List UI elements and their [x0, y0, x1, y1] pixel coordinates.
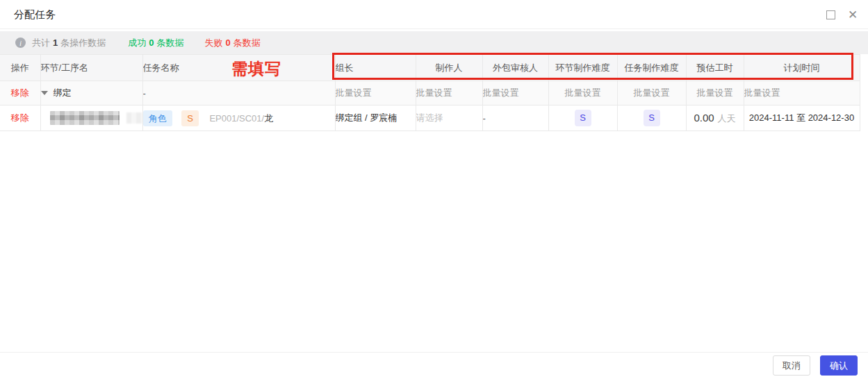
header-row: 操作 环节/工序名 任务名称 组长 制作人 外包审核人 环节制作难度 任务制作难… — [0, 55, 860, 81]
maximize-icon — [826, 10, 835, 19]
maximize-button[interactable] — [822, 6, 839, 23]
cancel-button[interactable]: 取消 — [773, 355, 810, 376]
plan-time-range[interactable]: 2024-11-11 至 2024-12-30 — [749, 112, 854, 123]
batch-set-stage-difficulty[interactable]: 批量设置 — [565, 87, 601, 98]
type-badge: 角色 — [143, 110, 172, 126]
assign-task-dialog: 分配任务 ✕ i 共计 1 条操作数据 成功0条数据 失败0条数据 操作 环节/… — [0, 0, 868, 379]
header-producer: 制作人 — [416, 55, 482, 81]
group-expander[interactable]: 绑定 — [41, 87, 72, 99]
outsource-reviewer-select[interactable]: - — [483, 113, 486, 124]
header-stage-difficulty: 环节制作难度 — [548, 55, 617, 81]
header-plan-time: 计划时间 — [744, 55, 860, 81]
task-path: EP001/SC01/ — [209, 113, 264, 124]
header-group-leader: 组长 — [335, 55, 416, 81]
estimate-value: 0.00 — [694, 112, 714, 124]
summary-success: 成功0条数据 — [128, 37, 183, 49]
task-name-last: 龙 — [264, 112, 273, 123]
header-estimated-hours: 预估工时 — [686, 55, 744, 81]
footer-divider — [0, 352, 868, 353]
dialog-title: 分配任务 — [14, 8, 56, 22]
remove-task-link[interactable]: 移除 — [11, 112, 29, 123]
batch-set-leader[interactable]: 批量设置 — [336, 87, 372, 98]
task-difficulty-badge[interactable]: S — [644, 110, 660, 126]
summary-total-suffix: 条操作数据 — [60, 37, 106, 49]
estimate-cell[interactable]: 0.00人天 — [686, 106, 744, 131]
close-icon: ✕ — [848, 8, 858, 22]
summary-fail: 失败0条数据 — [204, 37, 260, 49]
task-name-cell: 角色 S EP001/SC01/龙 — [142, 106, 335, 131]
stage-difficulty-badge[interactable]: S — [575, 110, 591, 126]
censored-smudge — [126, 112, 143, 124]
censored-text — [50, 111, 120, 125]
header-action: 操作 — [0, 55, 40, 81]
level-badge: S — [181, 110, 199, 126]
info-icon: i — [15, 37, 26, 48]
summary-total-prefix: 共计 — [32, 37, 50, 49]
batch-set-plan-time[interactable]: 批量设置 — [744, 87, 780, 98]
task-table: 操作 环节/工序名 任务名称 组长 制作人 外包审核人 环节制作难度 任务制作难… — [0, 54, 860, 131]
leader-select[interactable]: 绑定组 / 罗宸楠 — [336, 112, 398, 123]
header-task-name: 任务名称 — [142, 55, 335, 81]
header-outsource-reviewer: 外包审核人 — [482, 55, 548, 81]
confirm-button[interactable]: 确认 — [820, 355, 858, 376]
chevron-down-icon — [41, 91, 48, 95]
producer-select[interactable]: 请选择 — [416, 112, 443, 123]
task-row: 移除 角色 S EP001/SC01/龙 绑定组 / 罗宸楠 请选择 - S S… — [0, 106, 860, 131]
estimate-unit: 人天 — [718, 113, 736, 124]
group-row: 移除 绑定 - 批量设置 批量设置 批量设置 批量设置 批量设置 批量设置 批量… — [0, 81, 860, 106]
summary-bar: i 共计 1 条操作数据 成功0条数据 失败0条数据 — [0, 31, 868, 54]
group-name: 绑定 — [54, 87, 72, 99]
header-task-difficulty: 任务制作难度 — [617, 55, 686, 81]
batch-set-producer[interactable]: 批量设置 — [416, 87, 452, 98]
stage-name-cell — [40, 106, 142, 131]
batch-set-task-difficulty[interactable]: 批量设置 — [634, 87, 670, 98]
dialog-titlebar: 分配任务 ✕ — [0, 0, 868, 29]
header-stage-name: 环节/工序名 — [40, 55, 142, 81]
group-task-name: - — [143, 88, 146, 99]
batch-set-outsource[interactable]: 批量设置 — [483, 87, 519, 98]
batch-set-estimate[interactable]: 批量设置 — [697, 87, 733, 98]
summary-total-count: 1 — [50, 37, 60, 48]
close-button[interactable]: ✕ — [844, 6, 861, 23]
remove-group-link[interactable]: 移除 — [11, 87, 29, 98]
